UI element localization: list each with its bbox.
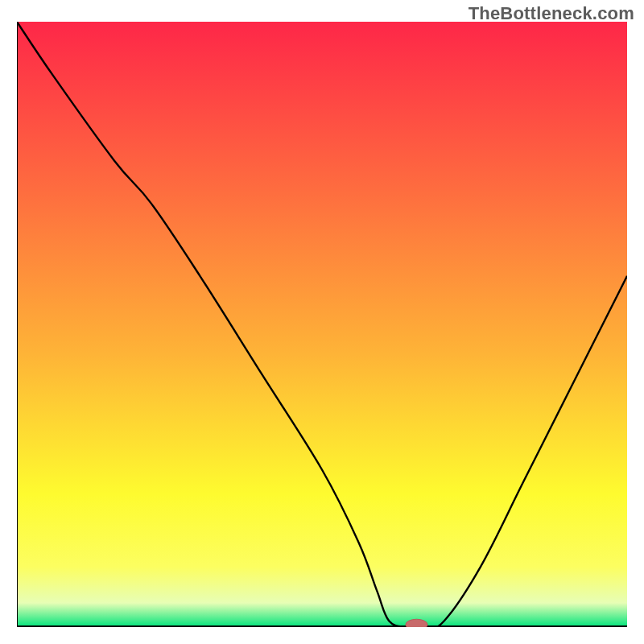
optimal-point-marker [406, 619, 427, 627]
chart-svg [17, 22, 627, 627]
chart-frame: TheBottleneck.com [0, 0, 644, 644]
gradient-background [17, 22, 627, 627]
plot-area [17, 22, 627, 627]
